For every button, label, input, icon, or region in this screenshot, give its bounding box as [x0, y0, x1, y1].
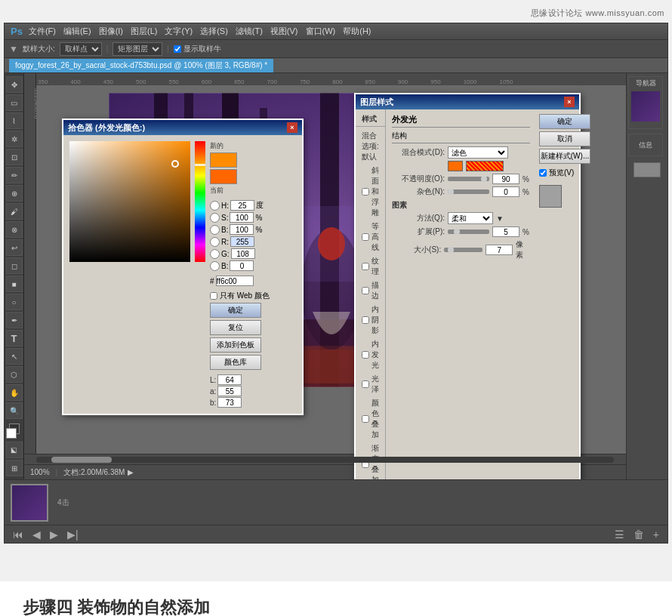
tool-lasso[interactable]: ⌇: [6, 112, 23, 129]
tool-brush[interactable]: 🖌: [6, 203, 23, 220]
method-select[interactable]: 柔和: [448, 212, 493, 224]
size-slider[interactable]: [444, 248, 482, 252]
r-radio[interactable]: [210, 237, 220, 247]
tool-zoom[interactable]: 🔍: [6, 402, 23, 419]
menu-window[interactable]: 窗口(W): [306, 26, 336, 37]
style-item-texture-cb[interactable]: [362, 263, 369, 270]
color-picker-library[interactable]: 颜色库: [210, 355, 261, 370]
nav-first[interactable]: ⏮: [11, 528, 26, 541]
nav-prev[interactable]: ◀: [30, 528, 43, 541]
color-picker-ok[interactable]: 确定: [210, 303, 261, 318]
blend-mode-select[interactable]: 滤色: [448, 146, 508, 159]
tool-pen[interactable]: ✒: [6, 312, 23, 328]
noise-slider[interactable]: [448, 189, 489, 194]
menu-file[interactable]: 文件(F): [29, 26, 56, 37]
tool-screen-mode[interactable]: ⊞: [6, 460, 23, 476]
nav-trash[interactable]: 🗑: [631, 528, 646, 541]
color-gradient-box[interactable]: [69, 141, 190, 262]
s-radio[interactable]: [210, 213, 220, 223]
scroll-thumb[interactable]: [51, 457, 112, 463]
nav-settings[interactable]: ☰: [612, 528, 627, 541]
toolbar-select-layer[interactable]: 矩形图层: [113, 42, 162, 56]
style-item-inner-glow-cb[interactable]: [362, 351, 369, 359]
tool-hand[interactable]: ✋: [6, 384, 23, 401]
preview-checkbox[interactable]: [539, 169, 547, 177]
tool-history[interactable]: ↩: [6, 239, 23, 256]
menu-select[interactable]: 选择(S): [200, 26, 228, 37]
b2-radio[interactable]: [210, 261, 220, 271]
layer-style-swatch[interactable]: [539, 185, 562, 208]
ps-document-tab[interactable]: foggy_forest_26_by_sacral_stock-d753btu.…: [9, 59, 273, 72]
tool-colors[interactable]: [6, 424, 23, 440]
ps-menu[interactable]: 文件(F) 编辑(E) 图像(I) 图层(L) 文字(Y) 选择(S) 滤镜(T…: [29, 26, 371, 37]
menu-view[interactable]: 视图(V): [270, 26, 298, 37]
style-item-texture[interactable]: 纹理: [356, 254, 385, 279]
tool-mask-mode[interactable]: ⬕: [6, 442, 23, 458]
menu-edit[interactable]: 编辑(E): [63, 26, 91, 37]
b2-input[interactable]: [230, 260, 254, 271]
g-radio[interactable]: [210, 249, 220, 259]
h-radio[interactable]: [210, 201, 220, 211]
menu-image[interactable]: 图像(I): [99, 26, 123, 37]
spread-slider[interactable]: [448, 229, 489, 234]
spread-input[interactable]: [492, 226, 519, 237]
style-item-stroke[interactable]: 描边: [356, 279, 385, 303]
color-hue-strip[interactable]: [195, 141, 205, 262]
size-input[interactable]: [486, 245, 513, 255]
nav-play[interactable]: ▶: [48, 528, 60, 541]
opacity-input[interactable]: [492, 174, 519, 184]
r-input[interactable]: [230, 236, 254, 247]
h-input[interactable]: [230, 200, 254, 211]
b3-input[interactable]: [217, 397, 242, 408]
a-input[interactable]: [217, 386, 242, 396]
right-panel-info[interactable]: 信息: [628, 134, 663, 156]
nav-next[interactable]: ▶|: [65, 528, 81, 541]
tool-magic-wand[interactable]: ✲: [6, 131, 23, 147]
toolbar-select-sample[interactable]: 取样点: [60, 42, 102, 56]
swatch-new[interactable]: [210, 152, 237, 168]
style-item-color-overlay[interactable]: 颜色叠加: [356, 396, 385, 442]
tool-heal[interactable]: ⊕: [6, 185, 23, 202]
web-colors-checkbox[interactable]: [210, 292, 217, 300]
style-item-blend[interactable]: 混合选项:默认: [356, 129, 385, 164]
style-item-inner-shadow[interactable]: 内阴影: [356, 303, 385, 337]
nav-add[interactable]: +: [651, 528, 661, 541]
toolbar-show-sample[interactable]: 显示取样牛: [174, 44, 221, 54]
tool-clone[interactable]: ⊗: [6, 221, 23, 238]
tool-eraser[interactable]: ◻: [6, 257, 23, 274]
toolbar-checkbox[interactable]: [174, 45, 181, 53]
style-item-satin-cb[interactable]: [362, 380, 369, 388]
s-input[interactable]: [230, 212, 254, 223]
tool-move[interactable]: ✥: [6, 76, 23, 93]
g-input[interactable]: [231, 248, 255, 259]
menu-type[interactable]: 文字(Y): [165, 26, 193, 37]
color-picker-reset[interactable]: 复位: [210, 320, 261, 335]
tool-shape[interactable]: ⬡: [6, 366, 23, 383]
tool-select-rect[interactable]: ▭: [6, 94, 23, 111]
tool-gradient[interactable]: ■: [6, 276, 23, 292]
swatch-current[interactable]: [210, 169, 237, 184]
style-item-inner-shadow-cb[interactable]: [362, 316, 369, 324]
tool-path-select[interactable]: ↖: [6, 348, 23, 365]
L-input[interactable]: [217, 374, 242, 385]
menu-filter[interactable]: 滤镜(T): [236, 26, 263, 37]
style-item-contour-cb[interactable]: [362, 233, 369, 241]
menu-layer[interactable]: 图层(L): [131, 26, 157, 37]
layer-style-close[interactable]: ×: [564, 97, 575, 107]
menu-help[interactable]: 帮助(H): [343, 26, 371, 37]
style-item-contour[interactable]: 等高线: [356, 220, 385, 254]
web-colors-label[interactable]: 只有 Web 颜色: [210, 291, 296, 301]
right-panel-navigator[interactable]: 导航器: [628, 76, 663, 129]
tool-dodge[interactable]: ○: [6, 294, 23, 310]
color-swatch-1[interactable]: [448, 161, 463, 171]
tool-eyedropper[interactable]: ✏: [6, 167, 23, 183]
layer-style-new-style-btn[interactable]: 新建样式(W)...: [539, 149, 590, 164]
style-item-bevel-cb[interactable]: [362, 188, 369, 196]
scroll-track[interactable]: [36, 457, 614, 463]
preview-label[interactable]: 预览(V): [539, 168, 590, 178]
tool-type[interactable]: T: [6, 330, 23, 346]
color-picker-add-swatch[interactable]: 添加到色板: [210, 337, 261, 353]
b-input[interactable]: [230, 224, 254, 235]
noise-input[interactable]: [492, 186, 519, 197]
color-swatch-2[interactable]: [466, 161, 504, 171]
